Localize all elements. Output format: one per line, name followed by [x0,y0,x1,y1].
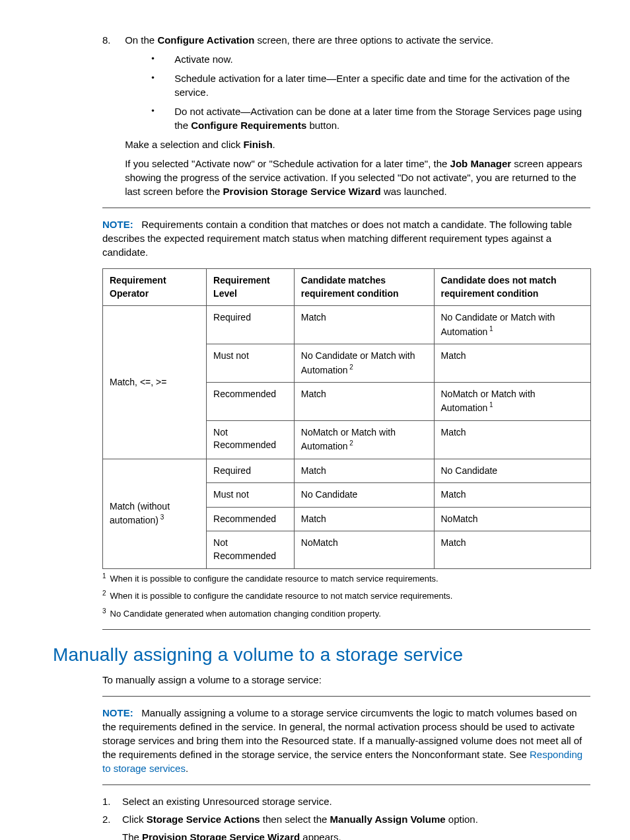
text: option. [446,814,478,825]
text: Make a selection and click [125,139,243,150]
divider [102,629,590,630]
bold-text: Configure Activation [157,34,254,46]
footnote-ref: 2 [348,439,353,447]
step-sub-text: If you selected "Activate now" or "Sched… [125,157,587,198]
bullet-text: Schedule activation for a later time—Ent… [174,71,587,99]
step-sub-text: Make a selection and click Finish. [125,137,587,151]
divider [102,784,590,785]
bullet-icon: • [151,104,174,132]
cell: Match [434,483,591,508]
step-8: 8. On the Configure Activation screen, t… [102,33,590,198]
cell: Recommended [207,507,295,531]
footnote-num: 1 [102,572,106,580]
step-text: Select an existing Unresourced storage s… [122,794,590,808]
table-row: Match, <=, >= Required Match No Candidat… [103,306,591,344]
bold-text: Job Manager [450,158,512,169]
cell: Match [434,420,591,459]
note-block: NOTE: Manually assigning a volume to a s… [102,706,590,775]
bold-text: Provision Storage Service Wizard [142,831,300,840]
table-header-row: Requirement Operator Requirement Level C… [103,269,591,306]
footnote-text: When it is possible to configure the can… [110,574,438,584]
cell: NoMatch or Match with Automation 2 [294,420,434,459]
bullet-item: •Schedule activation for a later time—En… [151,71,587,99]
section-intro: To manually assign a volume to a storage… [102,673,590,687]
cell: Required [207,306,295,344]
text: . [186,763,188,774]
cell: NoMatch [434,507,591,531]
col-header: Candidate does not match requirement con… [434,269,591,306]
divider [102,208,590,208]
footnote-ref: 3 [158,514,164,521]
footnote-num: 3 [102,607,106,615]
cell: No Candidate or Match with Automation 2 [294,344,434,383]
bold-text: Storage Service Actions [147,814,260,825]
bold-text: Manually Assign Volume [330,814,446,825]
cell: No Candidate [294,483,434,508]
footnote-num: 2 [102,590,106,597]
footnote-text: When it is possible to configure the can… [110,591,453,601]
col-header: Requirement Operator [103,269,207,306]
cell: No Candidate or Match with Automation 1 [434,306,591,344]
cell: Match [434,344,591,383]
bold-text: Finish [243,139,272,150]
note-label: NOTE: [102,707,133,718]
bullet-list: •Activate now. •Schedule activation for … [151,52,587,132]
text: screen, there are three options to activ… [254,34,493,46]
bullet-item: •Do not activate—Activation can be done … [151,104,587,132]
footnote-ref: 2 [348,363,353,371]
cell: Match [294,306,434,344]
text: No Candidate or Match with Automation [441,312,555,336]
note-text: Requirements contain a condition that ma… [102,219,572,258]
note-text: Manually assigning a volume to a storage… [102,707,582,760]
text: . [273,139,275,150]
step-text: Click Storage Service Actions then selec… [122,812,590,840]
table-row: Match (without automation) 3 Required Ma… [103,459,591,483]
text: The [122,831,142,840]
cell-operator: Match (without automation) 3 [103,459,207,568]
text: No Candidate or Match with Automation [301,350,415,375]
numbered-list: 1. Select an existing Unresourced storag… [102,794,590,840]
cell: Recommended [207,382,295,420]
cell: NoMatch or Match with Automation 1 [434,382,591,420]
footnote: 3No Candidate generated when automation … [102,607,590,621]
col-header: Requirement Level [207,269,295,306]
cell: Not Recommended [207,420,295,459]
text: On the [125,34,157,46]
footnote: 1When it is possible to configure the ca… [102,572,590,586]
text: appears. [300,831,341,840]
text: button. [306,120,339,131]
cell: Match [294,507,434,531]
step-number: 2. [102,812,122,840]
footnote-ref: 1 [487,401,493,408]
bullet-text: Do not activate—Activation can be done a… [174,104,587,132]
cell: NoMatch [294,531,434,568]
cell: Must not [207,483,295,508]
text: If you selected "Activate now" or "Sched… [125,158,450,169]
list-item: 1. Select an existing Unresourced storag… [102,794,590,808]
text: then select the [260,814,330,825]
step-text: On the Configure Activation screen, ther… [125,33,587,198]
step-sub-text: The Provision Storage Service Wizard app… [122,830,590,840]
bullet-item: •Activate now. [151,52,587,66]
list-item: 2. Click Storage Service Actions then se… [102,812,590,840]
step-number: 1. [102,794,122,808]
footnotes: 1When it is possible to configure the ca… [102,572,590,621]
bullet-text: Activate now. [174,52,587,66]
col-header: Candidate matches requirement condition [294,269,434,306]
divider [102,696,590,697]
cell: Match [294,459,434,483]
text: Click [122,814,147,825]
footnote-ref: 1 [487,325,493,332]
cell: Match [434,531,591,568]
bullet-icon: • [151,71,174,99]
bold-text: Provision Storage Service Wizard [223,186,381,197]
cell: Match [294,382,434,420]
note-label: NOTE: [102,219,133,230]
bullet-icon: • [151,52,174,66]
footnote-text: No Candidate generated when automation c… [110,609,381,619]
note-block: NOTE: Requirements contain a condition t… [102,217,590,259]
requirement-table: Requirement Operator Requirement Level C… [102,268,591,569]
text: was launched. [381,186,447,197]
section-heading: Manually assigning a volume to a storage… [53,642,590,668]
cell: Required [207,459,295,483]
